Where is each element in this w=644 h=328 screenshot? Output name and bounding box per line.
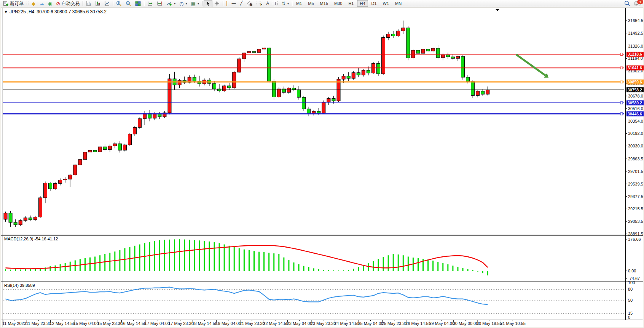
template-icon: ▦ <box>191 1 196 6</box>
line-handle[interactable] <box>620 67 623 69</box>
line-handle[interactable] <box>620 113 623 115</box>
zoom-out-button[interactable] <box>124 0 133 7</box>
date-label[interactable]: 29 May 04:00 <box>429 321 454 326</box>
date-label[interactable]: 11 May 23:30 <box>26 321 51 326</box>
text-label-button[interactable]: T <box>271 0 280 7</box>
candle-body <box>461 56 465 77</box>
candle-body <box>352 73 355 78</box>
horizontal-line-button[interactable]: — <box>230 0 238 7</box>
trendline-button[interactable]: ╱ <box>238 0 244 7</box>
date-label[interactable]: 11 May 2023 <box>2 321 26 326</box>
arrows-icon: ⇅ <box>282 1 285 6</box>
line-handle[interactable] <box>620 102 623 104</box>
candle-body <box>327 99 330 102</box>
date-label[interactable]: 17 May 04:00 <box>145 321 170 326</box>
autoscroll-button[interactable] <box>145 0 155 7</box>
line-handle[interactable] <box>620 81 623 83</box>
price-tick-label: 28891.5 <box>628 232 643 236</box>
date-label[interactable]: 23 May 23:30 <box>311 321 336 326</box>
chart-window-frame <box>1 8 643 327</box>
date-label[interactable]: 18 May 14:55 <box>192 321 217 326</box>
date-label[interactable]: 24 May 14:55 <box>334 321 360 326</box>
tile-windows-button[interactable] <box>133 0 143 7</box>
candle-body <box>377 63 380 74</box>
date-label[interactable]: 30 May 18:55 <box>477 321 502 326</box>
arrows-button[interactable]: ⇅ ▾ <box>280 0 291 7</box>
candle-body <box>153 114 156 118</box>
date-label[interactable]: 25 May 23:30 <box>382 321 407 326</box>
new-order-icon <box>3 1 9 6</box>
text-button[interactable]: A <box>264 0 271 7</box>
date-label[interactable]: 15 May 23:30 <box>97 321 123 326</box>
fibonacci-button[interactable]: F <box>254 0 264 7</box>
candle-body <box>357 73 360 75</box>
candle-body <box>123 145 126 150</box>
candle-body <box>406 28 410 58</box>
line-handle[interactable] <box>620 53 623 55</box>
date-label[interactable]: 31 May 10:55 <box>500 321 526 326</box>
candle-chart-button[interactable] <box>93 0 102 7</box>
date-label[interactable]: 17 May 23:30 <box>168 321 194 326</box>
autotrading-button[interactable]: ⊘ 自动交易 <box>54 0 81 7</box>
chart-symbol-period: JPN225-,H4 <box>10 9 34 14</box>
zoom-in-button[interactable] <box>114 0 124 7</box>
candle-body <box>19 221 22 225</box>
date-label[interactable]: 19 May 04:00 <box>216 321 241 326</box>
timeframe-d1[interactable]: D1 <box>369 0 379 7</box>
periods-button[interactable]: ◷ ▾ <box>177 0 189 7</box>
chart-shift-button[interactable] <box>155 0 164 7</box>
candle-body <box>431 48 435 51</box>
candle-body <box>456 56 459 58</box>
price-tick-label: 31492.5 <box>628 31 643 35</box>
cursor-button[interactable] <box>204 0 212 7</box>
candle-body <box>193 77 196 81</box>
timeframe-m15[interactable]: M15 <box>317 0 331 7</box>
vertical-line-button[interactable]: | <box>224 0 230 7</box>
new-order-button[interactable]: 新订单 <box>1 0 26 7</box>
candle-body <box>297 90 301 97</box>
indicators-button[interactable]: ▾ <box>164 0 177 7</box>
candle-body <box>228 86 231 88</box>
candle-body <box>69 175 72 179</box>
search-icon[interactable] <box>624 0 630 6</box>
date-label[interactable]: 15 May 04:00 <box>73 321 99 326</box>
equidistant-channel-button[interactable]: E <box>244 0 254 7</box>
date-label[interactable]: 25 May 04:00 <box>358 321 384 326</box>
timeframe-m30[interactable]: M30 <box>332 0 345 7</box>
date-label[interactable]: 12 May 14:55 <box>50 321 75 326</box>
candle-body <box>14 222 17 225</box>
timeframe-h4[interactable]: H4 <box>357 0 368 7</box>
notifications-icon[interactable]: 1 <box>634 1 641 6</box>
toolbar-separator <box>113 1 113 6</box>
price-tick-label: 29215.5 <box>628 206 643 211</box>
community-button[interactable]: ☁ <box>37 0 46 7</box>
macd-axis-label: 376.66 <box>628 237 641 242</box>
candle-body <box>277 89 281 97</box>
toolbar-separator <box>223 1 223 6</box>
candle-body <box>257 49 261 53</box>
candle-body <box>83 152 87 159</box>
bar-chart-button[interactable] <box>84 0 93 7</box>
timeframe-mn[interactable]: MN <box>392 0 404 7</box>
date-label[interactable]: 23 May 04:00 <box>287 321 312 326</box>
templates-button[interactable]: ▦ ▾ <box>189 0 201 7</box>
crosshair-button[interactable] <box>212 0 222 7</box>
date-label[interactable]: 22 May 14:55 <box>263 321 289 326</box>
timeframe-w1[interactable]: W1 <box>380 0 392 7</box>
timeframe-m1[interactable]: M1 <box>293 0 304 7</box>
date-label[interactable]: 21 May 23:30 <box>239 321 265 326</box>
timeframe-m5[interactable]: M5 <box>305 0 316 7</box>
date-label[interactable]: 30 May 00:00 <box>453 321 478 326</box>
candle-body <box>362 70 365 75</box>
chart-ohlc-values: 30700.6 30800.7 30685.6 30758.2 <box>37 9 107 14</box>
date-label[interactable]: 26 May 14:55 <box>405 321 431 326</box>
candle-body <box>98 147 102 152</box>
guide-button[interactable]: ◆ <box>30 0 37 7</box>
timeframe-h1[interactable]: H1 <box>346 0 356 7</box>
date-label[interactable]: 16 May 14:55 <box>121 321 147 326</box>
symbol-dropdown-icon[interactable]: ▼ <box>5 10 7 14</box>
price-tick-label: 30678.0 <box>628 94 643 98</box>
chart-canvas[interactable]: 31654.531492.531326.031164.031002.030840… <box>0 0 644 328</box>
signals-button[interactable]: ◉ <box>46 0 54 7</box>
line-chart-button[interactable] <box>102 0 112 7</box>
